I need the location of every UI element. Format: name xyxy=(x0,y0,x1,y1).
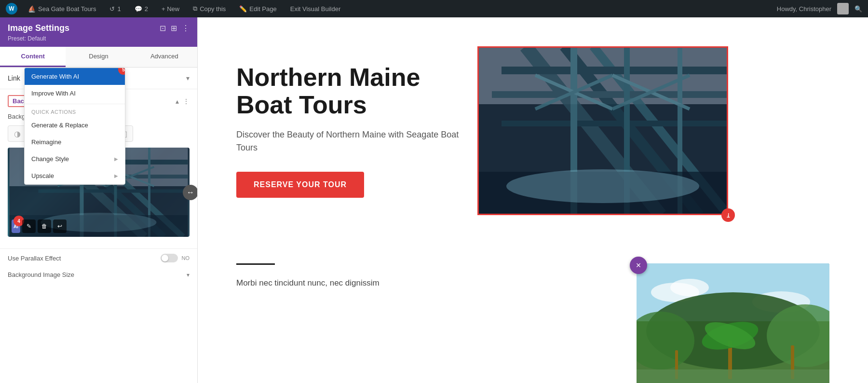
split-icon[interactable]: ⊞ xyxy=(171,24,177,33)
copy-this-button[interactable]: ⧉ Copy this xyxy=(190,5,229,13)
sidebar-tabs: Content Design Advanced xyxy=(0,47,197,68)
hero-title: Northern Maine Boat Tours xyxy=(236,64,477,119)
exit-builder-button[interactable]: Exit Visual Builder xyxy=(287,5,344,13)
gradient-icon: ◑ xyxy=(14,129,21,138)
close-button[interactable]: × xyxy=(630,257,647,274)
reimagine-item[interactable]: Reimagine xyxy=(25,134,125,150)
main-layout: Image Settings ⊡ ⊞ ⋮ Preset: Default Con… xyxy=(0,17,868,383)
background-section: Background 2 ▴ ⋮ Background ? 📱 ⊡ ↩ xyxy=(0,89,197,249)
link-chevron-icon: ▾ xyxy=(186,74,190,82)
generate-replace-item[interactable]: Generate & Replace xyxy=(25,117,125,134)
step-badge-5: 5 xyxy=(118,68,125,75)
improve-with-ai-item[interactable]: Improve With AI xyxy=(25,85,125,102)
parallax-toggle-label: NO xyxy=(182,255,190,261)
copy-icon: ⧉ xyxy=(193,5,197,13)
svg-point-38 xyxy=(670,279,709,296)
image-size-arrow-icon: ▾ xyxy=(187,272,190,278)
preset-label: Preset: Default xyxy=(8,35,190,42)
refresh-image-icon[interactable]: ↩ xyxy=(53,219,67,233)
tab-advanced[interactable]: Advanced xyxy=(132,47,197,67)
expand-arrow-icon[interactable]: ↔ xyxy=(183,185,197,200)
chevron-up-icon[interactable]: ▴ xyxy=(176,97,179,105)
tab-content[interactable]: Content xyxy=(0,47,66,67)
hero-background-image xyxy=(477,46,728,215)
admin-bar: W ⛵ Sea Gate Boat Tours ↺ 1 💬 2 + New ⧉ … xyxy=(0,0,868,17)
svg-point-33 xyxy=(506,169,699,203)
parallax-toggle[interactable] xyxy=(161,254,178,262)
site-name-link[interactable]: ⛵ Sea Gate Boat Tours xyxy=(25,5,99,13)
comments-link[interactable]: 💬 2 xyxy=(132,5,151,13)
parallax-label: Use Parallax Effect xyxy=(8,255,61,262)
second-section: Morbi nec tincidunt nunc, nec dignissim xyxy=(198,244,868,383)
minimize-icon[interactable]: ⊡ xyxy=(160,24,166,33)
hero-section: Northern Maine Boat Tours Discover the B… xyxy=(198,17,868,244)
image-size-label: Background Image Size xyxy=(8,271,74,278)
hero-left: Northern Maine Boat Tours Discover the B… xyxy=(236,64,477,198)
edit-image-icon[interactable]: ✎ xyxy=(22,219,36,233)
sidebar-content: Link ▾ Background 2 ▴ ⋮ Backgro xyxy=(0,68,197,383)
hero-bridge-image xyxy=(477,46,728,215)
tropical-background xyxy=(637,263,829,383)
second-right: × xyxy=(637,263,829,383)
edit-icon: ✏️ xyxy=(239,5,247,13)
dropdown-divider-1 xyxy=(25,104,125,104)
action-buttons-row: AI 4 ✎ 🗑 ↩ xyxy=(12,219,67,233)
image-size-row: Background Image Size ▾ xyxy=(0,267,197,282)
svg-rect-48 xyxy=(637,369,829,383)
revisions-link[interactable]: ↺ 1 xyxy=(107,5,123,13)
options-icon[interactable]: ⋮ xyxy=(183,97,190,105)
edit-page-button[interactable]: ✏️ Edit Page xyxy=(236,5,279,13)
generate-with-ai-item[interactable]: Generate With AI 5 xyxy=(25,68,125,85)
more-icon[interactable]: ⋮ xyxy=(182,24,190,33)
user-avatar[interactable] xyxy=(837,3,849,14)
sidebar-panel: Image Settings ⊡ ⊞ ⋮ Preset: Default Con… xyxy=(0,17,198,383)
quick-actions-label: Quick Actions xyxy=(25,106,125,117)
search-icon[interactable]: 🔍 xyxy=(854,5,862,13)
wordpress-icon[interactable]: W xyxy=(6,3,17,14)
page-canvas: Northern Maine Boat Tours Discover the B… xyxy=(198,17,868,383)
hero-image-container: 1 xyxy=(477,46,728,215)
reserve-tour-button[interactable]: RESERVE YOUR TOUR xyxy=(236,172,364,198)
user-info: Howdy, Christopher 🔍 xyxy=(777,3,862,14)
sidebar-header: Image Settings ⊡ ⊞ ⋮ Preset: Default xyxy=(0,17,197,47)
tab-design[interactable]: Design xyxy=(66,47,131,67)
background-header-icons: ▴ ⋮ xyxy=(176,97,190,105)
ai-dropdown-menu: Generate With AI 5 Improve With AI Quick… xyxy=(24,68,125,185)
parallax-row: Use Parallax Effect NO xyxy=(0,249,197,267)
comments-icon: 💬 xyxy=(135,5,142,13)
boat-icon: ⛵ xyxy=(28,5,36,13)
sidebar-header-icons: ⊡ ⊞ ⋮ xyxy=(160,24,190,33)
section-body-text: Morbi nec tincidunt nunc, nec dignissim xyxy=(236,276,617,290)
change-style-arrow-icon: ▶ xyxy=(114,156,118,162)
hero-subtitle: Discover the Beauty of Northern Maine wi… xyxy=(236,128,477,154)
step-badge-1: 1 xyxy=(721,208,735,222)
upscale-arrow-icon: ▶ xyxy=(114,173,118,178)
panel-title: Image Settings xyxy=(8,23,69,33)
change-style-item[interactable]: Change Style ▶ xyxy=(25,150,125,167)
new-button[interactable]: + New xyxy=(159,5,182,13)
section-divider xyxy=(236,263,275,265)
revisions-icon: ↺ xyxy=(109,5,115,13)
link-label: Link xyxy=(8,74,20,82)
delete-image-icon[interactable]: 🗑 xyxy=(38,219,51,233)
second-left: Morbi nec tincidunt nunc, nec dignissim xyxy=(236,263,617,383)
ai-generate-icon[interactable]: AI 4 xyxy=(12,219,20,233)
upscale-item[interactable]: Upscale ▶ xyxy=(25,167,125,184)
tropical-image xyxy=(637,263,829,383)
